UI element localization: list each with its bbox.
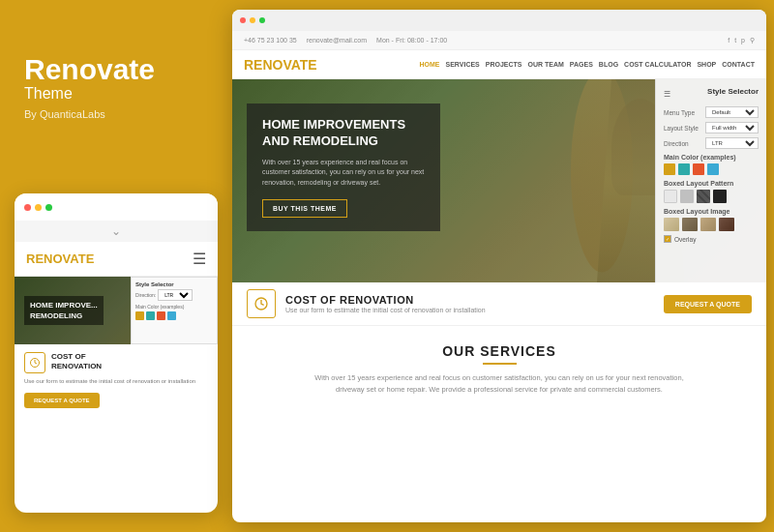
desktop-dot-red [240,17,246,23]
main-color-swatches [664,163,759,175]
mobile-color-swatches [135,311,213,320]
pattern-label: Boxed Layout Pattern [664,180,759,187]
brand-title: Renovate [24,53,213,85]
mobile-cost-icon [24,352,45,373]
services-divider [483,363,517,365]
nav-our-team[interactable]: OUR TEAM [528,61,564,68]
image-swatch-2[interactable] [682,218,698,231]
mobile-swatch-blue[interactable] [167,311,176,320]
site-hero: HOME IMPROVEMENTSAND REMODELING With ove… [232,79,766,282]
layout-style-select[interactable]: Full width [705,122,759,133]
style-selector-panel: ☰ Style Selector Menu Type Default Layou… [655,79,766,282]
mobile-mockup: ⌄ RENOVATE ☰ HOME IMPROVE...REMODELING S… [15,193,218,513]
nav-projects[interactable]: PROJECTS [486,61,522,68]
phone-info: +46 75 23 100 35 [244,37,297,44]
brand-by: By QuanticaLabs [24,108,213,120]
pattern-swatch-3[interactable] [697,190,710,203]
image-swatch-4[interactable] [719,218,734,231]
main-color-label: Main Color (examples) [664,154,759,161]
mobile-color-label: Main Color (examples) [135,304,213,310]
mobile-swatch-orange[interactable] [157,311,165,320]
menu-type-select[interactable]: Default [705,106,759,118]
email-info: renovate@mail.com [307,37,367,44]
mobile-swatch-gold[interactable] [135,311,144,320]
mobile-cost-section: COST OFRENOVATION Use our form to estima… [15,344,218,416]
services-desc: With over 15 years experience and real f… [306,372,693,396]
image-swatch-1[interactable] [664,218,679,231]
layout-style-label: Layout Style [664,125,699,132]
hours-info: Mon - Fri: 08:00 - 17:00 [376,37,447,44]
hero-title: HOME IMPROVEMENTSAND REMODELING [262,117,425,150]
mobile-style-panel: Style Selector Direction: LTR Main Color… [131,277,218,344]
desktop-dot-yellow [250,17,255,23]
site-top-bar: +46 75 23 100 35 renovate@mail.com Mon -… [232,31,766,50]
renovation-desc: Use our form to estimate the initial cos… [285,307,486,313]
desktop-mockup: +46 75 23 100 35 renovate@mail.com Mon -… [232,10,766,522]
mobile-hero: HOME IMPROVE...REMODELING Style Selector… [15,277,218,344]
menu-type-row: Menu Type Default [664,106,759,118]
social-icons: f t p ⚲ [728,37,755,44]
search-icon[interactable]: ⚲ [750,37,755,44]
site-nav-bar: RENOVATE HOME SERVICES PROJECTS OUR TEAM… [232,50,766,79]
mobile-nav: RENOVATE ☰ [15,242,218,277]
mobile-logo: RENOVATE [26,251,94,266]
nav-contact[interactable]: CONTACT [722,61,755,68]
style-selector-icon: ☰ [664,90,670,99]
buy-theme-btn[interactable]: BUY THIS THEME [262,199,347,218]
nav-blog[interactable]: BLOG [599,61,618,68]
services-section: OUR SERVICES With over 15 years experien… [232,326,766,405]
color-swatch-orange[interactable] [693,163,704,175]
hero-desc: With over 15 years experience and real f… [262,158,425,189]
mobile-style-title: Style Selector [135,281,213,287]
nav-home[interactable]: HOME [420,61,440,68]
direction-row: Direction LTR [664,137,759,149]
style-selector-title: Style Selector [707,87,759,96]
hero-box: HOME IMPROVEMENTSAND REMODELING With ove… [247,103,440,231]
mobile-hero-text: HOME IMPROVE...REMODELING [24,296,104,325]
site-nav-links: HOME SERVICES PROJECTS OUR TEAM PAGES BL… [420,61,756,68]
color-swatch-blue[interactable] [707,163,719,175]
overlay-row: ✓ Overlay [664,235,759,243]
brand-subtitle: Theme [24,85,213,103]
mobile-direction-label: Direction: [135,292,156,298]
mobile-direction-select[interactable]: LTR [158,289,193,301]
image-label: Boxed Layout Image [664,208,759,215]
mobile-top-bar [15,193,218,221]
nav-pages[interactable]: PAGES [570,61,593,68]
nav-cost-calculator[interactable]: COST CALCULATOR [624,61,691,68]
direction-select[interactable]: LTR [705,137,759,149]
mobile-chevron: ⌄ [15,221,218,242]
color-swatch-gold[interactable] [664,163,675,175]
image-swatch-3[interactable] [700,218,716,231]
nav-services[interactable]: SERVICES [446,61,480,68]
site-logo: RENOVATE [244,57,317,73]
twitter-icon[interactable]: t [734,37,736,44]
pinterest-icon[interactable]: p [741,37,745,44]
mobile-request-btn[interactable]: REQUEST A QUOTE [24,393,100,408]
renovation-text: COST OF RENOVATION Use our form to estim… [285,294,486,313]
mobile-section-title: COST OFRENOVATION [51,352,102,370]
services-title: OUR SERVICES [247,343,752,359]
overlay-checkbox[interactable]: ✓ [664,235,671,243]
request-quote-btn[interactable]: REQUEST A QUOTE [664,295,752,313]
pattern-swatch-1[interactable] [664,190,677,203]
site-contact-info: +46 75 23 100 35 renovate@mail.com Mon -… [244,37,447,44]
facebook-icon[interactable]: f [728,37,729,44]
renovation-section: COST OF RENOVATION Use our form to estim… [232,282,766,326]
pattern-swatch-2[interactable] [680,190,694,203]
color-swatch-teal[interactable] [678,163,690,175]
mobile-dot-red [24,204,31,211]
renovation-title: COST OF RENOVATION [285,294,486,306]
nav-shop[interactable]: SHOP [697,61,716,68]
desktop-dot-green [259,17,265,23]
renovation-left: COST OF RENOVATION Use our form to estim… [247,289,486,318]
desktop-chrome [232,10,766,31]
menu-type-label: Menu Type [664,109,695,116]
mobile-swatch-teal[interactable] [146,311,155,320]
direction-label: Direction [664,140,689,147]
pattern-swatches [664,190,759,203]
pattern-swatch-4[interactable] [713,190,727,203]
hamburger-icon[interactable]: ☰ [193,250,206,268]
mobile-section-desc: Use our form to estimate the initial cos… [24,377,208,385]
left-panel: Renovate Theme By QuanticaLabs ⌄ RENOVAT… [0,0,237,532]
